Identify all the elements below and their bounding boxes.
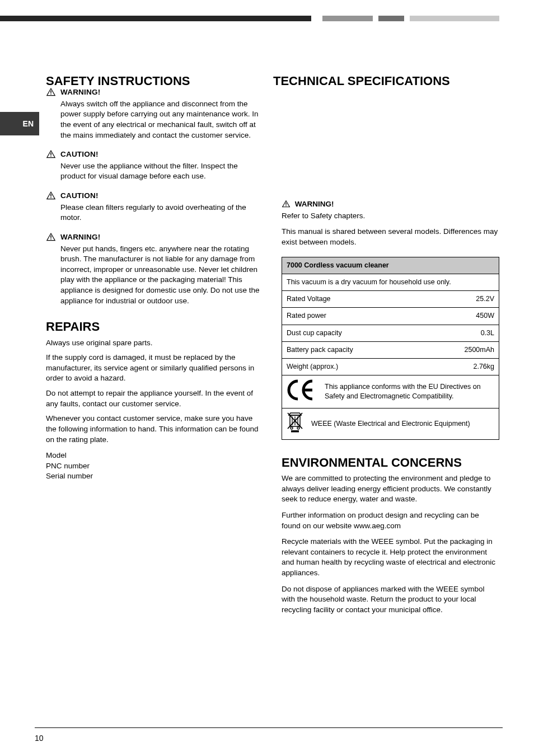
svg-rect-6 [50, 153, 51, 156]
warning-block-1: WARNING! [46, 87, 264, 98]
spec-intro-warn-body: Refer to Safety chapters. [282, 211, 499, 222]
svg-rect-7 [50, 156, 51, 157]
ce-text: This appliance conforms with the EU Dire… [325, 382, 494, 401]
env-p2: Further information on product design an… [282, 510, 499, 531]
spec-cell: 2500mAh [420, 341, 499, 358]
left-section-title: SAFETY INSTRUCTIONS [46, 74, 190, 88]
svg-rect-15 [50, 238, 51, 240]
spec-cell: Rated Voltage [282, 291, 420, 308]
caution-body-2: Please clean filters regularly to avoid … [60, 203, 264, 223]
right-section-title: TECHNICAL SPECIFICATIONS [273, 74, 450, 88]
spec-intro-warn: WARNING! [282, 199, 499, 211]
spec-table-header: 7000 Cordless vacuum cleaner [282, 257, 499, 274]
svg-point-26 [297, 427, 299, 429]
spec-cell: 450W [420, 308, 499, 325]
env-p1: We are committed to protecting the envir… [282, 473, 499, 505]
warning-icon [46, 149, 56, 158]
svg-rect-10 [50, 194, 51, 197]
table-row: WEEE (Waste Electrical and Electronic Eq… [282, 408, 499, 439]
page-number: 10 [35, 734, 44, 743]
spec-cell: Battery pack capacity [282, 341, 420, 358]
info-pnc: PNC number [46, 461, 264, 472]
caution-block-1: CAUTION! [46, 149, 264, 160]
env-p3: Recycle materials with the WEEE symbol. … [282, 537, 499, 579]
table-row: Battery pack capacity2500mAh [282, 341, 499, 358]
warning-icon [46, 191, 56, 200]
repairs-p3: Do not attempt to repair the appliance y… [46, 388, 264, 409]
warning-body-1: Always switch off the appliance and disc… [60, 99, 264, 141]
weee-text: WEEE (Waste Electrical and Electronic Eq… [311, 419, 470, 429]
header-divider [0, 16, 534, 21]
svg-rect-29 [291, 430, 299, 433]
svg-rect-19 [285, 205, 286, 206]
heading-repairs: REPAIRS [46, 318, 264, 335]
footer-divider [35, 727, 503, 728]
heading-env: ENVIRONMENTAL CONCERNS [282, 454, 499, 471]
caution-body-1: Never use the appliance without the filt… [60, 161, 264, 182]
svg-point-25 [291, 427, 293, 429]
table-row: Rated Voltage25.2V [282, 291, 499, 308]
info-model: Model [46, 450, 264, 461]
spec-cell: This vacuum is a dry vacuum for househol… [282, 274, 499, 290]
warning-icon [46, 232, 56, 241]
warning-block-2: WARNING! [46, 232, 264, 243]
env-p4: Do not dispose of appliances marked with… [282, 584, 499, 616]
svg-rect-18 [285, 203, 286, 205]
warning-label: WARNING! [60, 87, 100, 98]
left-column: WARNING! Always switch off the appliance… [46, 84, 264, 616]
warning-label: WARNING! [60, 232, 100, 243]
spec-cell: 25.2V [420, 291, 499, 308]
repairs-p1: Always use original spare parts. [46, 338, 264, 349]
caution-label: CAUTION! [60, 149, 99, 160]
right-column: WARNING! Refer to Safety chapters. This … [282, 84, 499, 616]
svg-rect-11 [50, 197, 51, 198]
svg-rect-14 [50, 236, 51, 238]
spec-cell: 2.76kg [420, 359, 499, 375]
repairs-p4: Whenever you contact customer service, m… [46, 414, 264, 445]
table-row: Weight (approx.)2.76kg [282, 359, 499, 375]
spec-cell: Weight (approx.) [282, 359, 420, 375]
warning-icon [282, 200, 291, 211]
ce-mark-icon [287, 379, 317, 404]
spec-cell: 0.3L [420, 325, 499, 341]
spec-cell: Dust cup capacity [282, 325, 420, 341]
table-row: This appliance conforms with the EU Dire… [282, 375, 499, 408]
table-row: This vacuum is a dry vacuum for househol… [282, 274, 499, 290]
table-row: Dust cup capacity0.3L [282, 325, 499, 341]
repairs-p2: If the supply cord is damaged, it must b… [46, 353, 264, 384]
caution-block-2: CAUTION! [46, 191, 264, 201]
svg-rect-3 [50, 93, 51, 95]
spec-cell: Rated power [282, 308, 420, 325]
svg-rect-2 [50, 91, 51, 93]
table-row: Rated power450W [282, 308, 499, 325]
info-serial: Serial number [46, 471, 264, 482]
weee-icon [287, 412, 303, 436]
inline-warning-label: WARNING! [295, 200, 334, 208]
warning-icon [46, 87, 56, 96]
spec-table: 7000 Cordless vacuum cleaner This vacuum… [282, 257, 499, 440]
language-tab: EN [0, 112, 39, 135]
warning-body-2: Never put hands, fingers etc. anywhere n… [60, 244, 264, 307]
caution-label: CAUTION! [60, 191, 99, 201]
spec-intro-p1: This manual is shared between several mo… [282, 227, 499, 247]
